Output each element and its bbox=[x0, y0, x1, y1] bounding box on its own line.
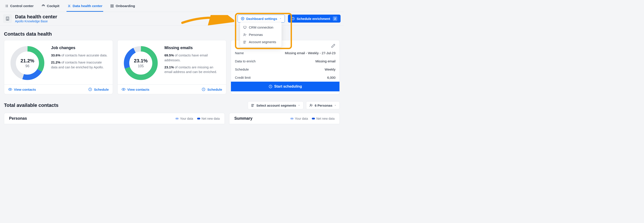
kv-schedule-key: Schedule bbox=[235, 68, 249, 71]
page-title: Data health center bbox=[15, 14, 57, 20]
panel-summary-legend: Your data Net new data bbox=[290, 117, 334, 120]
legend-net-new-data: Net new data bbox=[312, 117, 334, 120]
svg-point-18 bbox=[123, 89, 124, 90]
panel-personas: Personas Your data Net new data bbox=[4, 113, 225, 124]
chevron-down-icon bbox=[334, 104, 336, 106]
building-star-icon bbox=[243, 40, 247, 44]
kv-credit-key: Credit limit bbox=[235, 76, 250, 79]
schedule-job-changes[interactable]: Schedule bbox=[88, 87, 109, 91]
tab-onboarding[interactable]: Onboarding bbox=[110, 3, 136, 12]
tab-onboarding-label: Onboarding bbox=[116, 4, 135, 8]
dot-net-icon bbox=[312, 118, 315, 119]
clock-icon bbox=[268, 85, 272, 89]
panel-personas-title: Personas bbox=[9, 116, 27, 121]
dot-your-icon bbox=[290, 118, 294, 119]
start-scheduling-label: Start scheduling bbox=[274, 85, 302, 89]
svg-rect-1 bbox=[112, 5, 114, 6]
view-contacts-job-changes[interactable]: View contacts bbox=[8, 87, 36, 91]
card-missing-emails-line2: 23.1% of contacts are missing an email a… bbox=[164, 65, 222, 75]
dropdown-account-segments-label: Account segments bbox=[249, 40, 276, 44]
personas-filter-label: 6 Personas bbox=[315, 104, 332, 107]
legend-net-new-data: Net new data bbox=[197, 117, 220, 120]
start-scheduling-button[interactable]: Start scheduling bbox=[231, 82, 340, 91]
dna-icon bbox=[68, 4, 71, 8]
schedule-enrichment-button[interactable]: Schedule enrichment 2 bbox=[288, 15, 340, 23]
dropdown-personas-label: Personas bbox=[249, 33, 263, 37]
dot-your-icon bbox=[176, 118, 178, 119]
view-contacts-job-changes-label: View contacts bbox=[14, 88, 36, 91]
svg-rect-7 bbox=[244, 26, 246, 28]
svg-point-22 bbox=[310, 104, 311, 105]
kv-name-key: Name bbox=[235, 51, 244, 55]
select-account-segments-label: Select account segments bbox=[256, 104, 296, 107]
view-contacts-missing-emails-label: View contacts bbox=[127, 88, 150, 91]
tab-control-center-label: Control center bbox=[10, 4, 34, 8]
donut-job-changes: 21.2% 96 bbox=[8, 44, 46, 82]
kv-data-to-enrich: Data to enrich Missing email bbox=[231, 57, 340, 65]
monitor-icon bbox=[243, 26, 247, 29]
schedule-enrichment-count: 2 bbox=[333, 16, 337, 21]
grid-icon bbox=[110, 4, 114, 8]
legend-your-data: Your data bbox=[176, 117, 193, 120]
tab-data-health-center[interactable]: Data health center bbox=[66, 3, 103, 12]
eye-icon bbox=[122, 87, 126, 91]
tab-data-health-center-label: Data health center bbox=[73, 4, 102, 8]
tab-cockpit[interactable]: Cockpit bbox=[41, 3, 60, 12]
section-contacts-title: Contacts data health bbox=[4, 31, 340, 37]
svg-rect-2 bbox=[111, 6, 112, 7]
donut-missing-emails-count: 105 bbox=[138, 64, 144, 68]
tab-cockpit-label: Cockpit bbox=[47, 4, 60, 8]
chevron-down-icon bbox=[279, 18, 282, 20]
view-contacts-missing-emails[interactable]: View contacts bbox=[122, 87, 150, 91]
donut-job-changes-count: 96 bbox=[26, 64, 30, 68]
dropdown-crm-connection-label: CRM connection bbox=[249, 26, 274, 29]
dashboard-settings-label: Dashboard settings bbox=[246, 17, 277, 21]
bottom-panels: Personas Your data Net new data Summary … bbox=[0, 111, 344, 124]
card-job-changes-title: Job changes bbox=[51, 46, 108, 50]
person-plus-icon bbox=[310, 104, 313, 107]
card-job-changes-line2: 21.2% of contacts have inaccurate data a… bbox=[51, 60, 108, 70]
kv-data-key: Data to enrich bbox=[235, 59, 256, 63]
page-header: Data health center Apollo Knowledge Base… bbox=[0, 12, 344, 26]
personas-filter-button[interactable]: 6 Personas bbox=[306, 101, 340, 109]
svg-rect-0 bbox=[111, 5, 112, 6]
dropdown-crm-connection[interactable]: CRM connection bbox=[240, 24, 282, 31]
tab-control-center[interactable]: Control center bbox=[4, 3, 34, 12]
gear-icon bbox=[241, 17, 244, 20]
card-job-changes-line1: 33.6% of contacts have accurate data. bbox=[51, 53, 108, 58]
kv-name: Name Missing email - Weekly - 27-Jul-23 bbox=[231, 49, 340, 57]
svg-point-8 bbox=[244, 33, 245, 35]
clock-icon bbox=[202, 87, 206, 91]
dashboard-settings-dropdown: CRM connection Personas Account segments bbox=[240, 22, 282, 47]
page-subtitle-link[interactable]: Apollo Knowledge Base bbox=[15, 20, 57, 23]
eye-icon bbox=[8, 87, 12, 91]
clock-icon bbox=[291, 17, 295, 20]
donut-missing-emails: 23.1% 105 bbox=[122, 44, 160, 82]
select-account-segments-button[interactable]: Select account segments bbox=[248, 101, 304, 109]
schedule-job-changes-label: Schedule bbox=[94, 88, 109, 91]
svg-rect-3 bbox=[112, 6, 114, 7]
kv-schedule: Schedule Weekly bbox=[231, 65, 340, 73]
person-plus-icon bbox=[243, 33, 247, 37]
card-missing-emails-line1: 69.5% of contacts have email addresses. bbox=[164, 53, 222, 63]
chevron-down-icon bbox=[298, 104, 300, 106]
panel-summary: Summary Your data Net new data bbox=[229, 113, 340, 124]
legend-your-data: Your data bbox=[290, 117, 308, 120]
card-missing-emails: 23.1% 105 Missing emails 69.5% of contac… bbox=[117, 40, 226, 94]
svg-point-5 bbox=[242, 18, 243, 19]
dot-net-icon bbox=[197, 118, 200, 119]
edit-icon[interactable] bbox=[331, 44, 336, 48]
kv-credit-value: 6,000 bbox=[327, 76, 336, 79]
tac-title: Total available contacts bbox=[4, 102, 58, 108]
donut-missing-emails-pct: 23.1% bbox=[134, 58, 148, 64]
gauge-icon bbox=[42, 4, 45, 8]
top-nav: Control center Cockpit Data health cente… bbox=[0, 0, 344, 12]
svg-point-13 bbox=[10, 89, 11, 90]
schedule-missing-emails[interactable]: Schedule bbox=[202, 87, 222, 91]
clock-icon bbox=[88, 87, 92, 91]
kv-credit-limit: Credit limit 6,000 bbox=[231, 73, 340, 82]
dashboard-settings-button[interactable]: Dashboard settings bbox=[238, 15, 285, 23]
dropdown-personas[interactable]: Personas bbox=[240, 31, 282, 38]
kv-data-value: Missing email bbox=[315, 59, 336, 63]
dropdown-account-segments[interactable]: Account segments bbox=[240, 38, 282, 46]
